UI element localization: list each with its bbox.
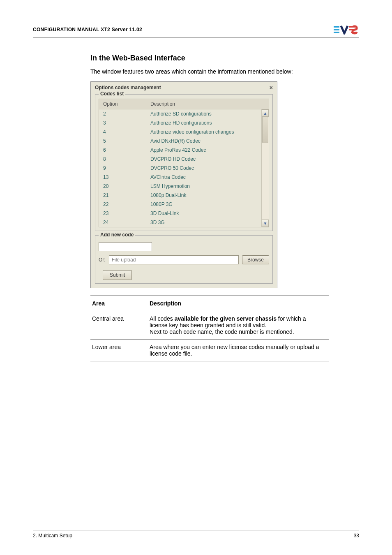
th-area: Area [90,296,148,311]
area-description-table: Area Description Central area All codes … [90,296,329,361]
footer-page-number: 33 [354,533,359,539]
option-description: 1080p Dual-Link [146,191,269,200]
list-item[interactable]: 243D 3G [99,218,269,227]
list-item[interactable]: 3Authorize HD configurations [99,118,269,127]
option-code: 8 [99,155,146,164]
svg-rect-0 [334,26,339,28]
option-description: LSM Hypermotion [146,182,269,191]
header-title: CONFIGURATION MANUAL XT2 Server 11.02 [33,27,142,32]
file-upload-field[interactable] [109,255,239,264]
desc-cell: All codes available for the given server… [148,311,329,340]
scroll-thumb[interactable] [262,117,268,143]
option-code: 5 [99,136,146,146]
option-description: DVCPRO HD Codec [146,155,269,164]
svg-rect-1 [334,29,339,30]
option-code: 24 [99,218,146,227]
option-code: 2 [99,109,146,118]
footer-section: 2. Multicam Setup [33,533,72,539]
list-item[interactable]: 8DVCPRO HD Codec [99,155,269,164]
option-description: Authorize SD configurations [146,109,269,118]
list-item[interactable]: 13AVCIntra Codec [99,173,269,182]
codes-list-legend: Codes list [99,91,125,97]
codes-header-row: Option Description [99,99,269,109]
list-item[interactable]: 9DVCPRO 50 Codec [99,164,269,173]
list-item[interactable]: 2Authorize SD configurations [99,109,269,118]
option-code: 21 [99,191,146,200]
option-code: 4 [99,127,146,136]
page-header: CONFIGURATION MANUAL XT2 Server 11.02 [33,25,359,37]
codes-list-fieldset: Codes list Option Description 2Authorize… [95,94,273,231]
area-cell: Central area [90,311,148,340]
add-new-code-fieldset: Add new code Or: Browse Submit [95,235,273,284]
option-description: AVCIntra Codec [146,173,269,182]
th-description: Description [148,296,329,311]
new-code-input[interactable] [99,242,152,251]
option-description: 1080P 3G [146,200,269,209]
evs-logo [334,25,359,35]
list-item[interactable]: 4Authorize video configuration changes [99,127,269,136]
table-row: Central area All codes available for the… [90,311,329,340]
list-item[interactable]: 221080P 3G [99,200,269,209]
close-icon[interactable]: × [270,84,273,91]
option-description: Avid DNxHD(R) Codec [146,136,269,146]
svg-rect-5 [351,32,357,33]
option-code: 23 [99,209,146,218]
option-code: 20 [99,182,146,191]
option-description: Apple ProRes 422 Codec [146,146,269,155]
section-heading: In the Web-Based Interface [90,54,359,62]
list-item[interactable]: 6Apple ProRes 422 Codec [99,146,269,155]
svg-rect-3 [349,26,355,28]
list-item[interactable]: 20LSM Hypermotion [99,182,269,191]
col-option-header[interactable]: Option [99,99,146,109]
option-description: DVCPRO 50 Codec [146,164,269,173]
page-footer: 2. Multicam Setup 33 [33,530,359,539]
dialog-title: Options codes management [95,85,161,90]
option-description: 3D 3G [146,218,269,227]
option-code: 13 [99,173,146,182]
codes-body: 2Authorize SD configurations3Authorize H… [99,109,269,227]
submit-button[interactable]: Submit [103,270,132,280]
area-cell: Lower area [90,340,148,361]
or-label: Or: [99,257,106,263]
svg-rect-4 [349,29,353,30]
list-item[interactable]: 5Avid DNxHD(R) Codec [99,136,269,146]
option-code: 22 [99,200,146,209]
option-code: 6 [99,146,146,155]
desc-cell: Area where you can enter new license cod… [148,340,329,361]
list-item[interactable]: 211080p Dual-Link [99,191,269,200]
options-codes-dialog: Options codes management × Codes list Op… [90,81,277,288]
scroll-track[interactable] [262,117,269,220]
browse-button[interactable]: Browse [242,255,269,264]
option-description: 3D Dual-Link [146,209,269,218]
add-new-code-legend: Add new code [99,232,135,238]
scrollbar[interactable]: ▲ ▼ [261,109,269,227]
scroll-up-icon[interactable]: ▲ [262,109,269,117]
col-description-header[interactable]: Description [146,99,269,109]
option-code: 9 [99,164,146,173]
intro-text: The window features two areas which cont… [90,68,359,75]
list-item[interactable]: 233D Dual-Link [99,209,269,218]
option-code: 3 [99,118,146,127]
scroll-down-icon[interactable]: ▼ [262,220,269,227]
svg-rect-2 [334,32,339,33]
option-description: Authorize HD configurations [146,118,269,127]
option-description: Authorize video configuration changes [146,127,269,136]
table-row: Lower area Area where you can enter new … [90,340,329,361]
